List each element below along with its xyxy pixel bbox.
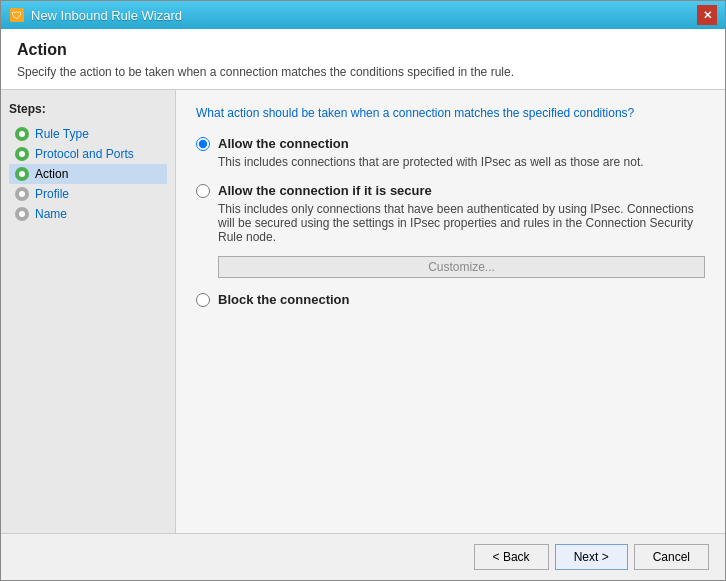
step-dot-action — [15, 167, 29, 181]
radio-desc-allow-secure: This includes only connections that have… — [218, 202, 705, 244]
cancel-button[interactable]: Cancel — [634, 544, 709, 570]
sidebar: Steps: Rule Type Protocol and Ports Acti… — [1, 90, 176, 533]
footer: < Back Next > Cancel — [1, 533, 725, 580]
option-allow-secure: Allow the connection if it is secure Thi… — [196, 183, 705, 278]
radio-row-allow: Allow the connection — [196, 136, 705, 151]
close-button[interactable]: ✕ — [697, 5, 717, 25]
option-allow: Allow the connection This includes conne… — [196, 136, 705, 169]
sidebar-item-label-rule-type: Rule Type — [35, 127, 89, 141]
page-description: Specify the action to be taken when a co… — [17, 65, 709, 79]
radio-group: Allow the connection This includes conne… — [196, 136, 705, 307]
step-dot-protocol-ports — [15, 147, 29, 161]
next-button[interactable]: Next > — [555, 544, 628, 570]
sidebar-item-label-protocol-ports: Protocol and Ports — [35, 147, 134, 161]
sidebar-item-label-profile: Profile — [35, 187, 69, 201]
window: 🛡 New Inbound Rule Wizard ✕ Action Speci… — [0, 0, 726, 581]
step-dot-rule-type — [15, 127, 29, 141]
main-body: Steps: Rule Type Protocol and Ports Acti… — [1, 90, 725, 533]
right-panel: What action should be taken when a conne… — [176, 90, 725, 533]
radio-label-allow-secure[interactable]: Allow the connection if it is secure — [218, 183, 432, 198]
content-area: Action Specify the action to be taken wh… — [1, 29, 725, 580]
titlebar-left: 🛡 New Inbound Rule Wizard — [9, 7, 182, 23]
window-title: New Inbound Rule Wizard — [31, 8, 182, 23]
titlebar: 🛡 New Inbound Rule Wizard ✕ — [1, 1, 725, 29]
radio-row-block: Block the connection — [196, 292, 705, 307]
radio-label-block[interactable]: Block the connection — [218, 292, 349, 307]
steps-label: Steps: — [9, 102, 167, 116]
sidebar-item-profile[interactable]: Profile — [9, 184, 167, 204]
app-icon: 🛡 — [9, 7, 25, 23]
sidebar-item-protocol-ports[interactable]: Protocol and Ports — [9, 144, 167, 164]
sidebar-item-name[interactable]: Name — [9, 204, 167, 224]
radio-label-allow[interactable]: Allow the connection — [218, 136, 349, 151]
question-text: What action should be taken when a conne… — [196, 106, 705, 120]
radio-allow-secure[interactable] — [196, 184, 210, 198]
sidebar-item-action[interactable]: Action — [9, 164, 167, 184]
customize-button[interactable]: Customize... — [218, 256, 705, 278]
option-block: Block the connection — [196, 292, 705, 307]
radio-desc-allow: This includes connections that are prote… — [218, 155, 705, 169]
radio-block[interactable] — [196, 293, 210, 307]
radio-row-allow-secure: Allow the connection if it is secure — [196, 183, 705, 198]
step-dot-name — [15, 207, 29, 221]
sidebar-item-rule-type[interactable]: Rule Type — [9, 124, 167, 144]
sidebar-item-label-name: Name — [35, 207, 67, 221]
page-header: Action Specify the action to be taken wh… — [1, 29, 725, 90]
back-button[interactable]: < Back — [474, 544, 549, 570]
page-title: Action — [17, 41, 709, 59]
step-dot-profile — [15, 187, 29, 201]
radio-allow[interactable] — [196, 137, 210, 151]
svg-text:🛡: 🛡 — [12, 10, 22, 21]
sidebar-item-label-action: Action — [35, 167, 68, 181]
